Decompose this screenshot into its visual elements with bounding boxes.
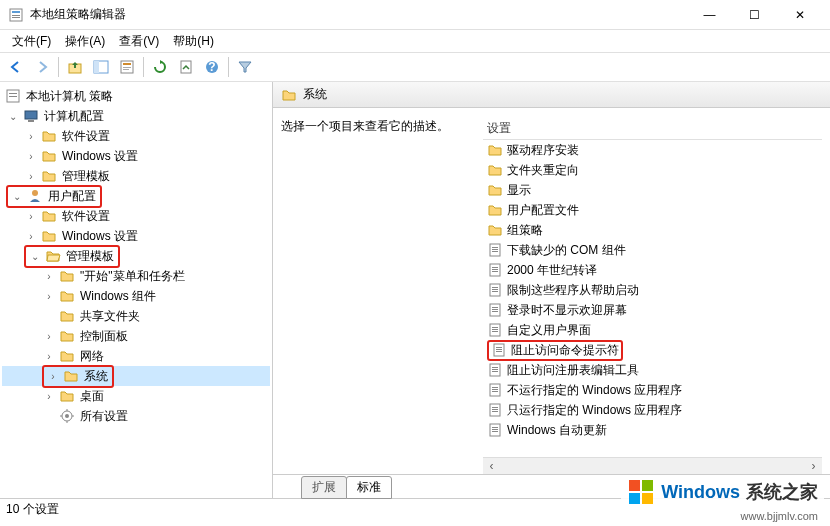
list-folder-item[interactable]: 驱动程序安装 xyxy=(483,140,822,160)
expand-toggle[interactable]: › xyxy=(24,129,38,143)
svg-rect-17 xyxy=(25,111,37,119)
list-setting-item[interactable]: 下载缺少的 COM 组件 xyxy=(483,240,822,260)
expand-toggle[interactable]: › xyxy=(42,349,56,363)
expand-toggle[interactable]: › xyxy=(42,329,56,343)
tree-desktop[interactable]: › 桌面 xyxy=(2,386,270,406)
tree-user-config[interactable]: ⌄ 用户配置 xyxy=(2,186,270,206)
export-button[interactable] xyxy=(174,55,198,79)
tab-standard[interactable]: 标准 xyxy=(346,476,392,499)
minimize-button[interactable]: — xyxy=(687,0,732,30)
expand-toggle[interactable]: › xyxy=(24,209,38,223)
svg-rect-62 xyxy=(629,480,640,491)
back-button[interactable] xyxy=(4,55,28,79)
list-folder-item[interactable]: 用户配置文件 xyxy=(483,200,822,220)
filter-button[interactable] xyxy=(233,55,257,79)
list-setting-item[interactable]: 不运行指定的 Windows 应用程序 xyxy=(483,380,822,400)
tree-network[interactable]: › 网络 xyxy=(2,346,270,366)
list-setting-item[interactable]: 登录时不显示欢迎屏幕 xyxy=(483,300,822,320)
list-folder-item[interactable]: 组策略 xyxy=(483,220,822,240)
menu-file[interactable]: 文件(F) xyxy=(6,31,57,52)
list-setting-item[interactable]: 阻止访问命令提示符 xyxy=(483,340,822,360)
horizontal-scrollbar[interactable]: ‹ › xyxy=(483,457,822,474)
status-text: 10 个设置 xyxy=(6,501,59,518)
tree-all-settings[interactable]: 所有设置 xyxy=(2,406,270,426)
titlebar: 本地组策略编辑器 — ☐ ✕ xyxy=(0,0,830,30)
svg-rect-43 xyxy=(496,347,502,348)
menu-action[interactable]: 操作(A) xyxy=(59,31,111,52)
svg-rect-56 xyxy=(492,409,498,410)
menu-view[interactable]: 查看(V) xyxy=(113,31,165,52)
expand-toggle[interactable]: › xyxy=(24,229,38,243)
tree-cc-windows[interactable]: › Windows 设置 xyxy=(2,146,270,166)
toolbar-separator xyxy=(228,57,229,77)
tree-shared-folders[interactable]: 共享文件夹 xyxy=(2,306,270,326)
close-button[interactable]: ✕ xyxy=(777,0,822,30)
expand-toggle[interactable]: ⌄ xyxy=(10,189,24,203)
tree-control-panel[interactable]: › 控制面板 xyxy=(2,326,270,346)
folder-icon xyxy=(59,328,75,344)
setting-icon xyxy=(487,302,503,318)
app-icon xyxy=(8,7,24,23)
list-setting-item[interactable]: 2000 年世纪转译 xyxy=(483,260,822,280)
up-button[interactable] xyxy=(63,55,87,79)
tree-uc-software[interactable]: › 软件设置 xyxy=(2,206,270,226)
item-label: 2000 年世纪转译 xyxy=(507,262,597,279)
scroll-left-icon[interactable]: ‹ xyxy=(483,458,500,475)
svg-rect-44 xyxy=(496,349,502,350)
settings-list[interactable]: 驱动程序安装文件夹重定向显示用户配置文件组策略下载缺少的 COM 组件2000 … xyxy=(483,140,822,457)
maximize-button[interactable]: ☐ xyxy=(732,0,777,30)
properties-button[interactable] xyxy=(115,55,139,79)
windows-logo-icon xyxy=(627,478,655,506)
setting-icon xyxy=(487,262,503,278)
help-button[interactable]: ? xyxy=(200,55,224,79)
item-label: 组策略 xyxy=(507,222,543,239)
menubar: 文件(F) 操作(A) 查看(V) 帮助(H) xyxy=(0,30,830,52)
setting-icon xyxy=(487,282,503,298)
tree-system[interactable]: › 系统 xyxy=(2,366,270,386)
expand-toggle[interactable]: ⌄ xyxy=(28,249,42,263)
tree-start-taskbar[interactable]: › "开始"菜单和任务栏 xyxy=(2,266,270,286)
tree-win-components[interactable]: › Windows 组件 xyxy=(2,286,270,306)
item-label: 只运行指定的 Windows 应用程序 xyxy=(507,402,682,419)
svg-rect-59 xyxy=(492,427,498,428)
folder-icon xyxy=(487,222,503,238)
tree-cc-templates[interactable]: › 管理模板 xyxy=(2,166,270,186)
tree-computer-config[interactable]: ⌄ 计算机配置 xyxy=(2,106,270,126)
tree-cc-software[interactable]: › 软件设置 xyxy=(2,126,270,146)
tree-pane[interactable]: 本地计算机 策略 ⌄ 计算机配置 › 软件设置 › Windows 设置 › 管… xyxy=(0,82,273,498)
expand-toggle[interactable]: ⌄ xyxy=(6,109,20,123)
expand-toggle[interactable]: › xyxy=(42,289,56,303)
toolbar-separator xyxy=(143,57,144,77)
tab-extended[interactable]: 扩展 xyxy=(301,476,347,499)
expand-toggle[interactable]: › xyxy=(24,169,38,183)
svg-rect-6 xyxy=(94,61,99,73)
tree-uc-templates[interactable]: ⌄ 管理模板 xyxy=(2,246,270,266)
item-label: Windows 自动更新 xyxy=(507,422,607,439)
tree-label: 桌面 xyxy=(78,387,106,406)
window-title: 本地组策略编辑器 xyxy=(30,6,687,23)
column-header-setting[interactable]: 设置 xyxy=(483,118,822,140)
list-folder-item[interactable]: 文件夹重定向 xyxy=(483,160,822,180)
tree-uc-windows[interactable]: › Windows 设置 xyxy=(2,226,270,246)
expand-toggle[interactable]: › xyxy=(42,389,56,403)
list-setting-item[interactable]: Windows 自动更新 xyxy=(483,420,822,440)
expand-toggle[interactable]: › xyxy=(24,149,38,163)
menu-help[interactable]: 帮助(H) xyxy=(167,31,220,52)
list-setting-item[interactable]: 自定义用户界面 xyxy=(483,320,822,340)
svg-rect-8 xyxy=(123,63,131,65)
list-setting-item[interactable]: 只运行指定的 Windows 应用程序 xyxy=(483,400,822,420)
show-hide-tree-button[interactable] xyxy=(89,55,113,79)
list-setting-item[interactable]: 限制这些程序从帮助启动 xyxy=(483,280,822,300)
description-column: 选择一个项目来查看它的描述。 xyxy=(281,118,471,474)
tree-root[interactable]: 本地计算机 策略 xyxy=(2,86,270,106)
tree-label: 软件设置 xyxy=(60,207,112,226)
list-setting-item[interactable]: 阻止访问注册表编辑工具 xyxy=(483,360,822,380)
expand-toggle[interactable]: › xyxy=(42,269,56,283)
tree-label: Windows 设置 xyxy=(60,147,140,166)
forward-button[interactable] xyxy=(30,55,54,79)
scroll-right-icon[interactable]: › xyxy=(805,458,822,475)
expand-toggle[interactable]: › xyxy=(46,369,60,383)
refresh-button[interactable] xyxy=(148,55,172,79)
list-folder-item[interactable]: 显示 xyxy=(483,180,822,200)
svg-rect-52 xyxy=(492,389,498,390)
